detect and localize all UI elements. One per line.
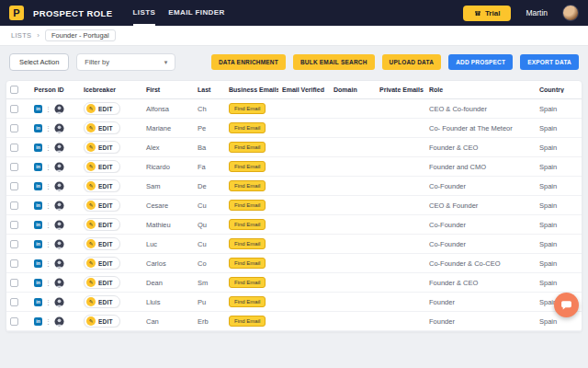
row-checkbox[interactable] [10, 240, 18, 248]
edit-button[interactable]: ✎ EDIT [84, 179, 120, 192]
person-avatar-icon[interactable] [54, 278, 64, 288]
edit-button[interactable]: ✎ EDIT [84, 237, 120, 250]
business-emails-cell: Find Email [225, 238, 278, 249]
kebab-menu-icon[interactable]: ⋮ [45, 202, 51, 209]
find-email-button[interactable]: Find Email [229, 277, 266, 288]
find-email-button[interactable]: Find Email [229, 103, 266, 114]
edit-button[interactable]: ✎ EDIT [84, 141, 120, 154]
select-action-button[interactable]: Select Action [9, 53, 69, 71]
find-email-button[interactable]: Find Email [229, 238, 266, 249]
filter-by-dropdown[interactable]: Filter by ▾ [76, 53, 175, 71]
edit-button[interactable]: ✎ EDIT [84, 121, 120, 134]
edit-button[interactable]: ✎ EDIT [84, 257, 120, 270]
row-checkbox[interactable] [10, 144, 18, 152]
row-checkbox[interactable] [10, 124, 18, 132]
linkedin-icon[interactable]: in [34, 298, 42, 306]
chat-widget-button[interactable] [554, 293, 579, 317]
kebab-menu-icon[interactable]: ⋮ [45, 106, 51, 112]
person-avatar-icon[interactable] [54, 123, 64, 133]
app-window: P PROSPECT ROLE LISTS EMAIL FINDER Trial… [0, 0, 588, 368]
person-avatar-icon[interactable] [54, 220, 64, 230]
edit-button[interactable]: ✎ EDIT [84, 315, 120, 328]
row-checkbox[interactable] [10, 221, 18, 229]
kebab-menu-icon[interactable]: ⋮ [45, 183, 51, 190]
linkedin-icon[interactable]: in [34, 163, 42, 171]
last-name-cell: Qu [194, 221, 225, 229]
kebab-menu-icon[interactable]: ⋮ [45, 260, 51, 267]
kebab-menu-icon[interactable]: ⋮ [45, 222, 51, 228]
linkedin-icon[interactable]: in [34, 201, 42, 210]
kebab-menu-icon[interactable]: ⋮ [45, 299, 51, 305]
edit-button[interactable]: ✎ EDIT [84, 160, 120, 173]
row-select-cell [6, 105, 30, 113]
upload-data-button[interactable]: UPLOAD DATA [382, 54, 442, 70]
nav-email-finder[interactable]: EMAIL FINDER [168, 0, 225, 26]
person-avatar-icon[interactable] [54, 181, 64, 191]
find-email-button[interactable]: Find Email [229, 316, 266, 327]
find-email-button[interactable]: Find Email [229, 122, 266, 133]
edit-button[interactable]: ✎ EDIT [84, 276, 120, 289]
person-avatar-icon[interactable] [54, 297, 64, 307]
edit-button-label: EDIT [98, 183, 113, 190]
export-data-button[interactable]: EXPORT DATA [520, 54, 579, 70]
linkedin-icon[interactable]: in [34, 105, 42, 113]
find-email-button[interactable]: Find Email [229, 296, 266, 307]
edit-button[interactable]: ✎ EDIT [84, 102, 120, 115]
row-checkbox[interactable] [10, 163, 18, 171]
business-emails-cell: Find Email [225, 180, 278, 191]
trial-button[interactable]: Trial [463, 6, 511, 21]
find-email-button[interactable]: Find Email [229, 180, 266, 191]
add-prospect-button[interactable]: ADD PROSPECT [448, 54, 513, 70]
breadcrumb-current-list: Founder - Portugal [45, 29, 116, 41]
linkedin-icon[interactable]: in [34, 317, 42, 326]
kebab-menu-icon[interactable]: ⋮ [45, 164, 51, 170]
linkedin-icon[interactable]: in [34, 221, 42, 229]
row-checkbox[interactable] [10, 259, 18, 268]
role-cell: Co-Founder [425, 182, 536, 190]
person-avatar-icon[interactable] [54, 143, 64, 153]
find-email-button[interactable]: Find Email [229, 258, 266, 269]
find-email-button[interactable]: Find Email [229, 200, 266, 211]
data-enrichment-button[interactable]: DATA ENRICHMENT [211, 54, 286, 70]
find-email-button[interactable]: Find Email [229, 219, 266, 230]
kebab-menu-icon[interactable]: ⋮ [45, 125, 51, 132]
edit-button[interactable]: ✎ EDIT [84, 218, 120, 231]
person-avatar-icon[interactable] [54, 259, 64, 269]
row-checkbox[interactable] [10, 279, 18, 287]
person-avatar-icon[interactable] [54, 162, 64, 172]
linkedin-icon[interactable]: in [34, 279, 42, 287]
row-checkbox[interactable] [10, 105, 18, 113]
edit-button[interactable]: ✎ EDIT [84, 199, 120, 212]
find-email-button[interactable]: Find Email [229, 142, 266, 153]
nav-lists[interactable]: LISTS [133, 0, 156, 26]
linkedin-icon[interactable]: in [34, 240, 42, 248]
kebab-menu-icon[interactable]: ⋮ [45, 318, 51, 325]
linkedin-icon[interactable]: in [34, 182, 42, 190]
kebab-menu-icon[interactable]: ⋮ [45, 241, 51, 247]
pencil-icon: ✎ [86, 123, 96, 132]
edit-button[interactable]: ✎ EDIT [84, 295, 120, 308]
col-email-verified: Email Verified [278, 86, 330, 93]
linkedin-icon[interactable]: in [34, 144, 42, 152]
linkedin-icon[interactable]: in [34, 124, 42, 132]
kebab-menu-icon[interactable]: ⋮ [45, 280, 51, 286]
person-avatar-icon[interactable] [54, 316, 64, 327]
main-content: Select Action Filter by ▾ DATA ENRICHMEN… [0, 46, 588, 332]
row-checkbox[interactable] [10, 201, 18, 210]
row-checkbox[interactable] [10, 317, 18, 326]
person-avatar-icon[interactable] [54, 104, 64, 114]
row-checkbox[interactable] [10, 182, 18, 190]
business-emails-cell: Find Email [225, 122, 278, 133]
linkedin-icon[interactable]: in [34, 259, 42, 268]
row-checkbox[interactable] [10, 298, 18, 306]
select-all-checkbox[interactable] [10, 86, 18, 94]
breadcrumb-lists-link[interactable]: LISTS [11, 31, 31, 40]
edit-button-label: EDIT [98, 222, 113, 228]
bulk-email-search-button[interactable]: BULK EMAIL SEARCH [293, 54, 375, 70]
find-email-button[interactable]: Find Email [229, 161, 266, 172]
kebab-menu-icon[interactable]: ⋮ [45, 144, 51, 151]
person-avatar-icon[interactable] [54, 239, 64, 249]
user-avatar[interactable] [562, 5, 579, 21]
topbar: P PROSPECT ROLE LISTS EMAIL FINDER Trial… [0, 0, 588, 26]
person-avatar-icon[interactable] [54, 201, 64, 211]
